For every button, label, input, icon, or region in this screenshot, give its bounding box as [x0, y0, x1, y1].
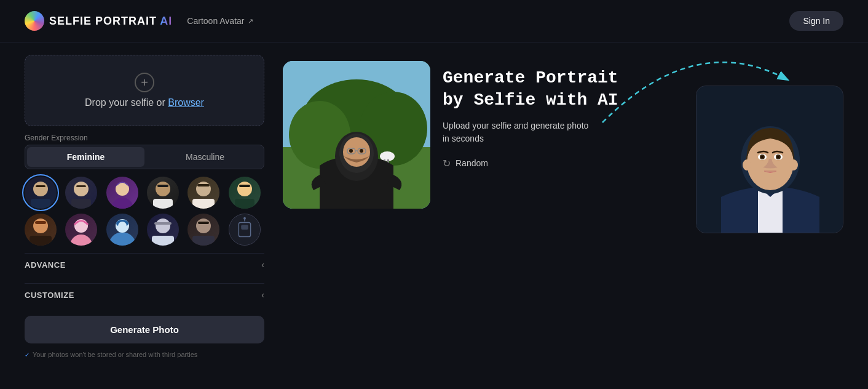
logo-portrait: PORTRAIT: [92, 15, 160, 27]
svg-point-8: [111, 198, 133, 209]
gender-label: Gender Expression: [25, 134, 264, 142]
advance-section[interactable]: ADVANCE ‹: [25, 253, 264, 276]
svg-point-2: [36, 183, 45, 193]
avatar-item[interactable]: [187, 214, 219, 246]
logo-selfie: SELFIE: [49, 15, 92, 27]
left-panel: + Drop your selfie or Browser Gender Exp…: [25, 55, 264, 379]
logo[interactable]: SELFIE PORTRAIT AI: [25, 11, 172, 31]
svg-point-13: [158, 183, 168, 193]
svg-point-69: [761, 156, 763, 158]
privacy-icon: ✓: [25, 351, 30, 358]
svg-rect-20: [235, 199, 254, 209]
random-label: Random: [456, 158, 488, 168]
hero-section: Generate Portrait by Selfie with AI Uplo…: [443, 55, 684, 182]
random-icon: ↻: [443, 158, 451, 169]
svg-rect-7: [76, 185, 86, 187]
customize-chevron: ‹: [261, 290, 264, 300]
customize-label: CUSTOMIZE: [25, 291, 74, 300]
upload-text: Drop your selfie or Browser: [85, 97, 204, 108]
svg-rect-39: [192, 236, 215, 246]
svg-rect-1: [31, 199, 50, 209]
avatar-item[interactable]: [229, 177, 261, 209]
logo-text: SELFIE PORTRAIT AI: [49, 15, 172, 28]
sign-in-button[interactable]: Sign In: [789, 11, 843, 31]
svg-point-10: [117, 183, 127, 193]
avatar-grid: [25, 177, 264, 246]
avatar-item[interactable]: [25, 214, 57, 246]
svg-rect-14: [157, 185, 168, 187]
portrait-result: [696, 86, 843, 233]
avatar-item[interactable]: [106, 214, 138, 246]
hero-subtitle-text: Upload your selfie and generate photo in…: [443, 121, 588, 143]
logo-ai: AI: [160, 15, 172, 27]
upload-plus-icon: +: [135, 73, 154, 92]
center-right: Generate Portrait by Selfie with AI Uplo…: [283, 55, 843, 379]
avatar-item[interactable]: [147, 177, 179, 209]
external-link-icon: ↗: [248, 17, 253, 25]
svg-rect-5: [71, 199, 91, 209]
avatar-item[interactable]: [147, 214, 179, 246]
svg-point-72: [777, 156, 779, 158]
upload-label: Drop your selfie or: [85, 97, 168, 108]
logo-icon: [25, 11, 44, 31]
generate-button[interactable]: Generate Photo: [25, 316, 264, 343]
header: SELFIE PORTRAIT AI Cartoon Avatar ↗ Sign…: [0, 0, 868, 42]
header-left: SELFIE PORTRAIT AI Cartoon Avatar ↗: [25, 11, 253, 31]
svg-point-74: [743, 159, 751, 170]
avatar-item[interactable]: [25, 177, 57, 209]
upload-zone[interactable]: + Drop your selfie or Browser: [25, 55, 264, 126]
customize-section[interactable]: CUSTOMIZE ‹: [25, 283, 264, 306]
svg-rect-44: [241, 225, 248, 230]
svg-point-21: [240, 183, 250, 193]
svg-rect-16: [192, 199, 215, 209]
svg-rect-41: [198, 222, 209, 224]
plus-symbol: +: [141, 76, 148, 90]
feminine-button[interactable]: Feminine: [27, 147, 144, 167]
svg-point-62: [360, 149, 363, 153]
svg-point-30: [109, 232, 136, 246]
privacy-text: Your photos won't be stored or shared wi…: [33, 351, 197, 358]
svg-point-6: [76, 183, 86, 193]
hero-title-text: Generate Portrait by Selfie with AI: [443, 68, 618, 110]
avatar-item[interactable]: [65, 177, 97, 209]
svg-rect-37: [154, 222, 172, 225]
svg-point-27: [70, 235, 92, 246]
selfie-photo: [283, 61, 430, 209]
hero-title: Generate Portrait by Selfie with AI: [443, 67, 684, 112]
advance-chevron: ‹: [261, 260, 264, 270]
main-content: + Drop your selfie or Browser Gender Exp…: [0, 42, 868, 389]
privacy-note: ✓ Your photos won't be stored or shared …: [25, 351, 264, 358]
avatar-item[interactable]: [65, 214, 97, 246]
masculine-button[interactable]: Masculine: [146, 145, 264, 169]
avatar-item[interactable]: [106, 177, 138, 209]
cartoon-avatar-link[interactable]: Cartoon Avatar ↗: [187, 16, 253, 26]
svg-point-61: [349, 149, 353, 153]
gender-section: Gender Expression Feminine Masculine: [25, 134, 264, 169]
nav-cartoon-label: Cartoon Avatar: [187, 16, 244, 26]
svg-point-29: [77, 222, 85, 230]
svg-rect-26: [35, 221, 46, 224]
gender-toggle: Feminine Masculine: [25, 145, 264, 169]
hero-subtitle: Upload your selfie and generate photo in…: [443, 119, 684, 145]
svg-rect-24: [30, 236, 52, 246]
svg-rect-22: [239, 185, 250, 187]
svg-point-40: [199, 220, 208, 230]
svg-point-46: [243, 217, 246, 220]
random-button[interactable]: ↻ Random: [443, 158, 488, 169]
svg-point-75: [789, 159, 798, 170]
advance-label: ADVANCE: [25, 260, 66, 270]
svg-rect-18: [197, 184, 210, 186]
svg-rect-35: [152, 236, 174, 246]
svg-rect-12: [153, 199, 173, 209]
svg-point-33: [118, 222, 127, 230]
avatar-item[interactable]: [187, 177, 219, 209]
svg-rect-3: [36, 185, 45, 187]
browser-link[interactable]: Browser: [168, 97, 204, 108]
avatar-3d-item[interactable]: [229, 214, 261, 246]
